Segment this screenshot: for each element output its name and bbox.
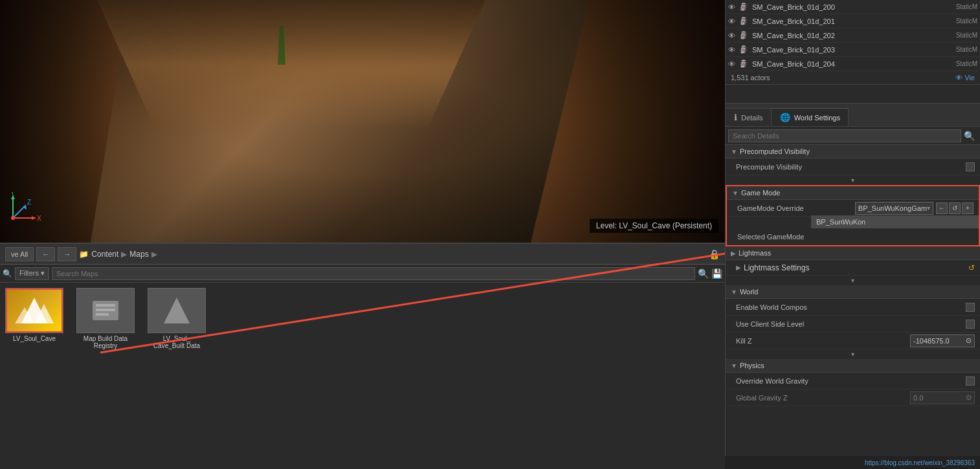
section-lm-label: Lightmass [739,249,771,257]
map-thumbnail-built-data [148,288,206,333]
visibility-icon-202[interactable]: 👁 [728,32,735,39]
section-precomputed-visibility[interactable]: ▼ Precomputed Visibility [726,145,980,158]
map-item-build-data[interactable]: Map Build Data Registry [76,288,135,349]
kill-z-input[interactable]: -1048575.0 ⊙ [910,334,975,347]
section-lightmass[interactable]: ▶ Lightmass [726,246,980,260]
svg-marker-1 [32,216,36,220]
breadcrumb-content[interactable]: Content [91,250,118,259]
setting-override-gravity: Override World Gravity [726,373,980,389]
outliner-item-204[interactable]: 👁 🗿 SM_Cave_Brick_01d_204 StaticM [726,57,980,71]
gamemode-action-buttons: ← ↺ + [936,202,974,214]
viewport-background: X Y Z Level: LV_Soul_Cave (Persistent) [0,0,725,243]
save-all-button[interactable]: ve All [5,247,34,261]
outliner-item-203[interactable]: 👁 🗿 SM_Cave_Brick_01d_203 StaticM [726,43,980,57]
lightmass-reset-icon[interactable]: ↺ [968,263,975,272]
outliner-item-type-201: StaticM [956,17,977,25]
gamemode-override-label: GameMode Override [737,204,855,212]
global-gravity-spinner-icon: ⊙ [966,393,972,402]
search-execute-icon[interactable]: 🔍 [698,268,709,279]
precompute-vis-value [966,162,975,171]
visibility-icon-204[interactable]: 👁 [728,60,735,68]
setting-precompute-visibility: Precompute Visibility [726,158,980,175]
outliner-item-202[interactable]: 👁 🗿 SM_Cave_Brick_01d_202 StaticM [726,28,980,43]
outliner-item-name-204: SM_Cave_Brick_01d_204 [752,60,952,68]
section-pv-label: Precomputed Visibility [740,147,810,155]
global-gravity-label: Global Gravity Z [736,394,910,402]
forward-button[interactable]: → [58,247,76,261]
map-item-lv-soul-cave[interactable]: LV_Soul_Cave [5,288,63,342]
dropdown-option-bp-sunwukongon[interactable]: BP_SunWuKon [811,215,979,228]
lightmass-settings-row: ▶ Lightmass Settings ↺ [726,260,980,276]
gamemode-override-selected: BP_SunWuKongGam [858,204,927,212]
view-button[interactable]: 👁 Vie [955,74,975,82]
search-details-input[interactable] [728,129,961,142]
breadcrumb-maps[interactable]: Maps [129,250,148,259]
build-data-icon [86,294,125,327]
svg-marker-17 [164,298,190,323]
content-search-bar: 🔍 Filters ▾ 🔍 💾 [0,265,725,283]
coordinate-axes-icon: X Y Z [10,192,42,224]
override-gravity-checkbox[interactable] [966,376,975,386]
gamemode-override-dropdown[interactable]: BP_SunWuKongGam ▾ [855,202,933,215]
global-gravity-input: 0.0 ⊙ [910,391,975,404]
content-save-icon[interactable]: 💾 [711,268,722,279]
section-game-mode[interactable]: ▼ Game Mode [727,186,979,200]
outliner-item-201[interactable]: 👁 🗿 SM_Cave_Brick_01d_201 StaticM [726,14,980,28]
search-icon-small: 🔍 [3,269,12,278]
pv-expand-arrow: ▾ [726,175,980,185]
gm-collapse-arrow: ▼ [732,190,739,197]
search-details-bar: 🔍 [726,127,980,145]
svg-rect-16 [96,313,109,316]
mesh-icon-204: 🗿 [739,60,748,68]
mesh-icon-201: 🗿 [739,17,748,25]
section-world[interactable]: ▼ World [726,285,980,299]
map-thumbnail-build-data [76,288,135,333]
cave-vignette [0,0,725,243]
filters-button[interactable]: Filters ▾ [15,267,49,280]
override-gravity-label: Override World Gravity [736,377,966,385]
gamemode-browse-button[interactable]: ← [936,202,948,214]
kill-z-spinner-icon: ⊙ [966,336,972,345]
breadcrumb: 📁 Content ▶ Maps ▶ [79,250,157,259]
search-details-icon[interactable]: 🔍 [961,131,977,141]
forward-icon: → [63,250,71,258]
content-browser-panel: ve All ← → 📁 Content ▶ Maps ▶ 🔒 🔍 Filter… [0,243,725,469]
override-gravity-value [966,376,975,386]
lm-collapse-arrow: ▶ [731,250,736,257]
enable-world-compos-checkbox[interactable] [966,303,975,312]
section-physics[interactable]: ▼ Physics [726,359,980,373]
footer-bar: https://blog.csdn.net/weixin_38298363 [725,456,980,469]
enable-world-compos-value [966,303,975,312]
save-all-label: ve All [11,250,28,258]
maps-search-input[interactable] [52,267,695,280]
map-item-built-data[interactable]: LV_Soul_ Cave_Built Data [148,288,206,349]
section-world-label: World [740,288,759,296]
gamemode-new-button[interactable]: + [962,202,974,214]
use-client-side-label: Use Client Side Level [736,320,966,328]
lock-icon: 🔒 [709,249,720,259]
mesh-icon-203: 🗿 [739,45,748,54]
enable-world-compos-label: Enable World Compos [736,303,966,311]
selection-border [6,289,63,333]
gamemode-reset-button[interactable]: ↺ [949,202,961,214]
back-icon: ← [42,250,49,258]
level-label: Level: LV_Soul_Cave (Persistent) [590,219,718,233]
outliner-item-200[interactable]: 👁 🗿 SM_Cave_Brick_01d_200 StaticM [726,0,980,14]
tab-world-settings-label: World Settings [794,114,840,122]
tab-details[interactable]: ℹ Details [726,108,772,126]
precompute-vis-checkbox[interactable] [966,162,975,171]
gamemode-dropdown-arrow: ▾ [927,204,930,212]
visibility-icon-203[interactable]: 👁 [728,46,735,54]
game-mode-section-highlighted: ▼ Game Mode GameMode Override BP_SunWuKo… [726,185,980,246]
back-button[interactable]: ← [36,247,55,261]
visibility-icon-200[interactable]: 👁 [728,3,735,11]
outliner-item-type-202: StaticM [956,32,977,39]
lm-settings-arrow: ▶ [736,264,741,271]
tab-world-settings[interactable]: 🌐 World Settings [772,108,849,126]
settings-content-area: ▼ Precomputed Visibility Precompute Visi… [726,145,980,469]
use-client-side-checkbox[interactable] [966,320,975,329]
breadcrumb-sep2: ▶ [151,250,157,259]
selected-gamemode-label: Selected GameMode [737,233,974,241]
precompute-vis-label: Precompute Visibility [736,163,966,171]
visibility-icon-201[interactable]: 👁 [728,17,735,25]
